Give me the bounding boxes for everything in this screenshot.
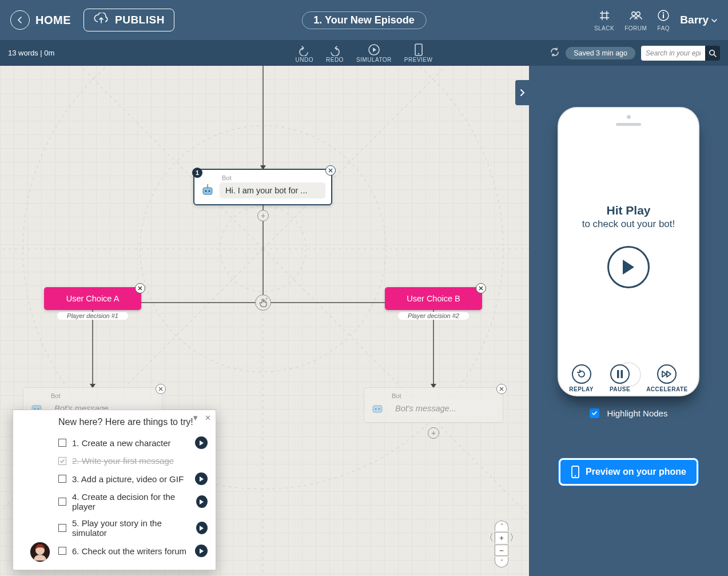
onboard-item[interactable]: 4. Create a decision for the player <box>58 488 208 515</box>
close-icon[interactable] <box>156 384 166 394</box>
bot-message-placeholder[interactable]: Bot's message... <box>389 400 497 416</box>
choice-node-b[interactable]: User Choice B Player decision #2 <box>385 287 482 320</box>
choice-button-a[interactable]: User Choice A <box>44 287 141 310</box>
phone-icon <box>571 466 580 478</box>
search-input[interactable] <box>641 46 705 61</box>
choice-button-b[interactable]: User Choice B <box>385 287 482 310</box>
close-icon[interactable] <box>476 283 486 293</box>
search-button[interactable] <box>705 46 720 61</box>
bot-avatar-icon <box>370 401 385 416</box>
onboard-item[interactable]: 1. Create a new character <box>58 433 208 452</box>
onboard-title: New here? Here are things to try! <box>58 417 208 427</box>
sync-icon[interactable] <box>550 47 560 59</box>
nav-right[interactable]: 〉 <box>510 531 519 544</box>
svg-point-3 <box>663 12 664 13</box>
svg-point-29 <box>207 184 209 186</box>
assistant-avatar[interactable] <box>30 542 50 562</box>
back-icon <box>10 10 30 30</box>
forum-link[interactable]: FORUM <box>624 9 647 31</box>
add-node-button[interactable]: + <box>257 210 269 221</box>
slack-link[interactable]: SLACK <box>594 9 614 31</box>
nav-up[interactable]: ˄ <box>495 521 508 531</box>
branch-handle[interactable]: + <box>255 295 271 311</box>
play-icon[interactable] <box>195 436 208 449</box>
svg-text:+: + <box>265 297 268 301</box>
close-icon[interactable]: ✕ <box>205 414 211 422</box>
onboard-item[interactable]: 6. Check out the writers forum <box>58 541 208 561</box>
simulator-icon <box>368 43 380 56</box>
preview-on-phone-button[interactable]: Preview on your phone <box>559 458 698 486</box>
user-menu[interactable]: Barry <box>680 14 718 26</box>
accelerate-button[interactable] <box>657 364 677 384</box>
close-icon[interactable] <box>135 283 145 293</box>
close-icon[interactable] <box>496 384 507 394</box>
hit-play-sub: to check out your bot! <box>582 219 675 230</box>
highlight-nodes-toggle[interactable]: Highlight Nodes <box>590 408 668 418</box>
play-icon[interactable] <box>195 545 208 557</box>
checkbox-icon <box>58 439 66 447</box>
add-node-button[interactable]: + <box>428 427 439 439</box>
bot-node-empty-b[interactable]: Bot Bot's message... <box>364 387 503 423</box>
pause-button[interactable] <box>610 364 630 384</box>
svg-point-10 <box>140 126 386 372</box>
onboard-item[interactable]: 3. Add a picture, video or GIF <box>58 469 208 488</box>
hit-play-title: Hit Play <box>606 204 650 217</box>
play-icon[interactable] <box>195 472 208 485</box>
svg-rect-39 <box>617 370 619 378</box>
episode-title[interactable]: 1. Your New Episode <box>301 11 426 29</box>
publish-button[interactable]: PUBLISH <box>83 9 174 31</box>
undo-button[interactable]: UNDO <box>296 46 313 63</box>
app-header: HOME PUBLISH 1. Your New Episode SLACK F… <box>0 0 728 40</box>
svg-line-16 <box>0 66 263 249</box>
home-button[interactable]: HOME <box>10 10 71 30</box>
onboard-item-text: 6. Check out the writers forum <box>72 546 186 556</box>
svg-line-17 <box>263 66 529 249</box>
onboard-item-text: 1. Create a new character <box>72 438 171 448</box>
cloud-upload-icon <box>93 13 109 27</box>
onboard-item-text: 3. Add a picture, video or GIF <box>72 474 184 484</box>
simulator-button[interactable]: SIMULATOR <box>356 43 392 63</box>
nav-down[interactable]: ˅ <box>495 557 508 567</box>
phone-screen: Hit Play to check out your bot! <box>566 137 691 355</box>
toolbar-right: Saved 3 min ago <box>550 46 720 61</box>
bot-label: Bot <box>222 174 325 181</box>
svg-rect-25 <box>203 188 212 194</box>
replay-button[interactable] <box>572 364 591 384</box>
play-icon[interactable] <box>196 522 208 534</box>
search-icon <box>709 49 717 57</box>
svg-rect-34 <box>373 406 382 412</box>
collapse-panel-button[interactable] <box>515 80 529 105</box>
choice-node-a[interactable]: User Choice A Player decision #1 <box>44 287 141 320</box>
chevron-down-icon <box>711 14 718 26</box>
phone-icon <box>414 43 423 56</box>
faq-link[interactable]: FAQ <box>657 9 670 31</box>
preview-button[interactable]: PREVIEW <box>404 43 433 63</box>
decision-label-a: Player decision #1 <box>57 312 128 320</box>
zoom-in[interactable]: + <box>495 532 508 543</box>
zoom-out[interactable]: − <box>495 545 508 556</box>
bot-message-node[interactable]: 1 Bot Hi. I am your bot for ... <box>193 169 332 205</box>
checkbox-checked-icon <box>590 408 599 418</box>
nav-left[interactable]: 〈 <box>484 531 494 544</box>
bot-message-text[interactable]: Hi. I am your bot for ... <box>220 182 325 198</box>
onboard-item[interactable]: 2. Write your first message <box>58 452 208 469</box>
onboard-item[interactable]: 5. Play your story in the simulator <box>58 515 208 541</box>
forum-icon <box>629 9 643 24</box>
close-icon[interactable] <box>325 165 336 176</box>
svg-point-35 <box>375 408 377 410</box>
redo-button[interactable]: REDO <box>326 46 344 63</box>
play-icon[interactable] <box>196 495 208 508</box>
play-button[interactable] <box>607 246 650 288</box>
collapse-icon[interactable]: ▼ <box>192 414 199 422</box>
publish-label: PUBLISH <box>115 14 165 26</box>
bot-label: Bot <box>51 392 156 399</box>
svg-point-27 <box>209 190 210 192</box>
canvas[interactable]: 1 Bot Hi. I am your bot for ... + + User… <box>0 66 529 576</box>
simulator-panel: Hit Play to check out your bot! REPLAY P… <box>529 66 728 576</box>
redo-icon <box>328 46 341 56</box>
svg-point-26 <box>205 190 207 192</box>
svg-point-7 <box>417 53 419 54</box>
svg-point-42 <box>575 475 576 476</box>
info-icon <box>657 9 670 24</box>
search <box>641 46 720 61</box>
